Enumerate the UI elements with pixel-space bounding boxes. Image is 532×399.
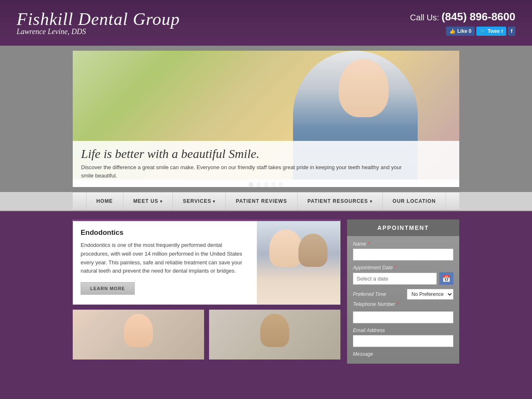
nav-services-label: SERVICES (183, 198, 211, 204)
nav-bar: HOME MEET US ▾ SERVICES ▾ PATIENT REVIEW… (73, 192, 459, 210)
appointment-body: Name * Appointment Date * 📅 Preferred Ti… (347, 236, 459, 364)
like-label: Like 0 (457, 28, 471, 34)
endodontics-title: Endodontics (81, 229, 249, 237)
nav-wrapper: HOME MEET US ▾ SERVICES ▾ PATIENT REVIEW… (0, 192, 532, 211)
content-area: Endodontics Endodontics is one of the mo… (73, 219, 340, 364)
bottom-card-1 (73, 310, 204, 360)
nav-home[interactable]: HOME (86, 192, 123, 210)
hero-overlay: Life is better with a beautiful Smile. D… (73, 141, 459, 187)
nav-our-location[interactable]: OUR LOCATION (383, 192, 446, 210)
nav-home-label: HOME (96, 198, 113, 204)
fb-letter: f (511, 28, 512, 34)
phone-number: (845) 896-8600 (441, 10, 515, 23)
hero-description: Discover the difference a great smile ca… (81, 163, 414, 180)
nav-meet-us[interactable]: MEET US ▾ (123, 192, 173, 210)
hero-container: Life is better with a beautiful Smile. D… (73, 51, 459, 187)
tel-required: * (397, 301, 399, 307)
logo-area: Fishkill Dental Group Lawrence Levine, D… (17, 10, 180, 36)
hero-tagline: Life is better with a beautiful Smile. (81, 147, 451, 161)
date-input[interactable] (353, 273, 437, 285)
nav-our-location-label: OUR LOCATION (393, 198, 436, 204)
nav-patient-reviews[interactable]: PATIENT REVIEWS (226, 192, 297, 210)
message-label: Message (353, 351, 453, 357)
preferred-time-label: Preferred Time (353, 291, 407, 297)
endodontics-card-text: Endodontics Endodontics is one of the mo… (73, 221, 257, 304)
name-label: Name * (353, 241, 453, 247)
name-required: * (367, 241, 369, 247)
nav-services[interactable]: SERVICES ▾ (173, 192, 226, 210)
nav-patient-resources[interactable]: PATIENT RESOURCES ▾ (298, 192, 383, 210)
thumbs-up-icon: 👍 (449, 28, 456, 34)
nav-patient-reviews-label: PATIENT REVIEWS (236, 198, 287, 204)
social-buttons: 👍 Like 0 🐦 Twee f f (446, 27, 515, 36)
calendar-button[interactable]: 📅 (439, 272, 453, 285)
endodontics-body: Endodontics is one of the most frequentl… (81, 241, 249, 276)
tweet-button[interactable]: 🐦 Twee f (476, 27, 506, 36)
main-wrapper: Endodontics Endodontics is one of the mo… (73, 211, 459, 372)
couple-image (257, 221, 340, 304)
like-button[interactable]: 👍 Like 0 (446, 27, 475, 36)
person1-silhouette (269, 229, 303, 267)
nav-patient-resources-label: PATIENT RESOURCES (308, 198, 368, 204)
header: Fishkill Dental Group Lawrence Levine, D… (0, 0, 532, 46)
person2-silhouette (298, 234, 328, 267)
appointment-sidebar: APPOINTMENT Name * Appointment Date * 📅 (347, 219, 459, 364)
facebook-button[interactable]: f (508, 27, 515, 36)
name-input[interactable] (353, 249, 453, 261)
date-label: Appointment Date * (353, 265, 453, 271)
bottom-card-2 (209, 310, 340, 360)
date-row: 📅 (353, 272, 453, 285)
endodontics-card: Endodontics Endodontics is one of the mo… (73, 219, 340, 305)
preferred-time-row: Preferred Time No Preference Morning Aft… (353, 289, 453, 300)
logo-main: Fishkill Dental Group (17, 10, 180, 29)
learn-more-button[interactable]: LEARN MORE (81, 282, 135, 295)
hero-wrapper: Life is better with a beautiful Smile. D… (0, 46, 532, 192)
call-label: Call Us: (410, 13, 439, 22)
chevron-down-icon: ▾ (213, 199, 215, 204)
chevron-down-icon: ▾ (160, 199, 163, 204)
logo-sub: Lawrence Levine, DDS (17, 27, 180, 36)
bottom-cards-row (73, 310, 340, 360)
fb-icon-small: f (501, 29, 503, 34)
tel-input[interactable] (353, 311, 453, 323)
chevron-down-icon: ▾ (370, 199, 372, 204)
calendar-icon: 📅 (442, 275, 451, 283)
appointment-header: APPOINTMENT (347, 219, 459, 236)
hero-face-silhouette (339, 59, 389, 117)
endodontics-card-image (257, 221, 340, 304)
email-input[interactable] (353, 335, 453, 347)
tel-label: Telephone Number * (353, 301, 453, 307)
preferred-time-select[interactable]: No Preference Morning Afternoon Evening (407, 289, 453, 300)
phone-line: Call Us: (845) 896-8600 (410, 10, 515, 23)
tweet-label: Twee (488, 28, 500, 34)
twitter-icon: 🐦 (480, 28, 486, 34)
date-required: * (394, 265, 396, 271)
email-label: Email Address (353, 328, 453, 333)
header-right: Call Us: (845) 896-8600 👍 Like 0 🐦 Twee … (410, 10, 515, 36)
nav-meet-us-label: MEET US (133, 198, 158, 204)
